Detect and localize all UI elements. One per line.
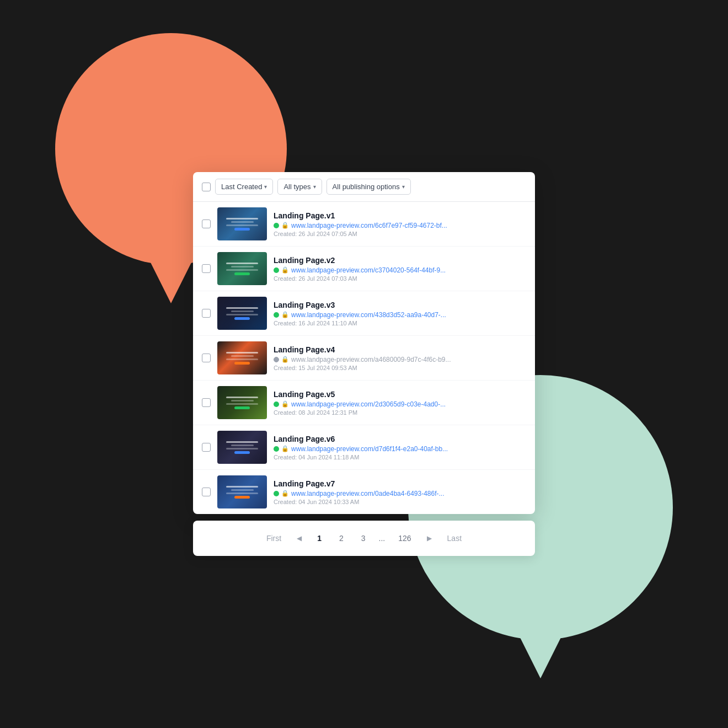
item-thumbnail-3: [217, 297, 267, 330]
page-1-button[interactable]: 1: [311, 531, 328, 546]
types-label: All types: [283, 183, 311, 191]
list-item: Landing Page.v6 🔒 www.landpage-preview.c…: [193, 425, 535, 470]
main-content: Last Created ▾ All types ▾ All publishin…: [193, 172, 535, 556]
sort-chevron-icon: ▾: [264, 184, 267, 190]
status-dot-3: [274, 312, 279, 318]
status-dot-1: [274, 223, 279, 228]
list-item: Landing Page.v5 🔒 www.landpage-preview.c…: [193, 381, 535, 425]
item-name-5: Landing Page.v5: [274, 390, 526, 399]
lock-icon-7: 🔒: [281, 490, 289, 497]
item-info-1: Landing Page.v1 🔒 www.landpage-preview.c…: [274, 211, 526, 237]
filter-bar: Last Created ▾ All types ▾ All publishin…: [193, 172, 535, 202]
items-list: Landing Page.v1 🔒 www.landpage-preview.c…: [193, 202, 535, 514]
item-info-3: Landing Page.v3 🔒 www.landpage-preview.c…: [274, 301, 526, 326]
publishing-dropdown[interactable]: All publishing options ▾: [326, 179, 411, 195]
item-info-2: Landing Page.v2 🔒 www.landpage-preview.c…: [274, 256, 526, 282]
page-3-button[interactable]: 3: [355, 531, 372, 546]
page-last-button[interactable]: 126: [392, 531, 417, 546]
item-name-2: Landing Page.v2: [274, 256, 526, 265]
item-info-7: Landing Page.v7 🔒 www.landpage-preview.c…: [274, 479, 526, 505]
item-name-3: Landing Page.v3: [274, 301, 526, 309]
page-2-button[interactable]: 2: [333, 531, 350, 546]
item-url-link-6[interactable]: www.landpage-preview.com/d7d6f1f4-e2a0-4…: [291, 445, 448, 453]
status-dot-2: [274, 267, 279, 273]
sort-label: Last Created: [221, 183, 262, 191]
status-dot-5: [274, 402, 279, 407]
lock-icon-6: 🔒: [281, 445, 289, 452]
item-url-row-6: 🔒 www.landpage-preview.com/d7d6f1f4-e2a0…: [274, 445, 526, 453]
item-url-link-1[interactable]: www.landpage-preview.com/6c6f7e97-cf59-4…: [291, 222, 447, 229]
select-all-checkbox[interactable]: [202, 183, 211, 191]
item-info-5: Landing Page.v5 🔒 www.landpage-preview.c…: [274, 390, 526, 416]
publishing-label: All publishing options: [333, 183, 400, 191]
item-thumbnail-4: [217, 341, 267, 374]
main-card: Last Created ▾ All types ▾ All publishin…: [193, 172, 535, 514]
status-dot-6: [274, 446, 279, 452]
pagination-card: First ◀ 1 2 3 ... 126 ▶ Last: [193, 521, 535, 556]
item-info-6: Landing Page.v6 🔒 www.landpage-preview.c…: [274, 435, 526, 461]
item-checkbox-5[interactable]: [202, 398, 211, 407]
lock-icon-1: 🔒: [281, 222, 289, 229]
prev-page-arrow[interactable]: ◀: [292, 531, 306, 545]
item-date-1: Created: 26 Jul 2024 07:05 AM: [274, 231, 526, 237]
item-checkbox-7[interactable]: [202, 488, 211, 496]
list-item: Landing Page.v4 🔒 www.landpage-preview.c…: [193, 336, 535, 381]
list-item: Landing Page.v1 🔒 www.landpage-preview.c…: [193, 202, 535, 247]
item-name-6: Landing Page.v6: [274, 435, 526, 443]
item-name-1: Landing Page.v1: [274, 211, 526, 220]
item-thumbnail-2: [217, 252, 267, 285]
item-checkbox-2[interactable]: [202, 264, 211, 273]
item-checkbox-3[interactable]: [202, 309, 211, 318]
item-url-link-2[interactable]: www.landpage-preview.com/c3704020-564f-4…: [291, 266, 446, 274]
page-dots: ...: [377, 534, 388, 543]
next-page-arrow[interactable]: ▶: [422, 531, 436, 545]
item-name-4: Landing Page.v4: [274, 345, 526, 354]
lock-icon-2: 🔒: [281, 266, 289, 274]
item-checkbox-4[interactable]: [202, 354, 211, 362]
list-item: Landing Page.v3 🔒 www.landpage-preview.c…: [193, 291, 535, 336]
item-url-link-7[interactable]: www.landpage-preview.com/0ade4ba4-6493-4…: [291, 490, 445, 497]
first-page-button[interactable]: First: [260, 531, 288, 546]
item-url-link-5[interactable]: www.landpage-preview.com/2d3065d9-c03e-4…: [291, 400, 446, 408]
item-url-row-7: 🔒 www.landpage-preview.com/0ade4ba4-6493…: [274, 490, 526, 497]
item-thumbnail-5: [217, 386, 267, 419]
item-info-4: Landing Page.v4 🔒 www.landpage-preview.c…: [274, 345, 526, 371]
item-checkbox-6[interactable]: [202, 443, 211, 452]
item-url-link-3[interactable]: www.landpage-preview.com/438d3d52-aa9a-4…: [291, 311, 446, 319]
item-url-row-5: 🔒 www.landpage-preview.com/2d3065d9-c03e…: [274, 400, 526, 408]
types-chevron-icon: ▾: [313, 184, 316, 190]
lock-icon-3: 🔒: [281, 311, 289, 318]
item-date-6: Created: 04 Jun 2024 11:18 AM: [274, 454, 526, 461]
lock-icon-5: 🔒: [281, 400, 289, 408]
item-thumbnail-6: [217, 431, 267, 464]
status-dot-4: [274, 357, 279, 362]
list-item: Landing Page.v7 🔒 www.landpage-preview.c…: [193, 470, 535, 514]
item-url-row-1: 🔒 www.landpage-preview.com/6c6f7e97-cf59…: [274, 222, 526, 229]
item-url-row-4: 🔒 www.landpage-preview.com/a4680009-9d7c…: [274, 356, 526, 363]
item-date-3: Created: 16 Jul 2024 11:10 AM: [274, 320, 526, 326]
publishing-chevron-icon: ▾: [402, 184, 405, 190]
item-date-5: Created: 08 Jul 2024 12:31 PM: [274, 409, 526, 416]
item-thumbnail-7: [217, 475, 267, 508]
last-page-button[interactable]: Last: [441, 531, 468, 546]
sort-dropdown[interactable]: Last Created ▾: [215, 179, 273, 195]
status-dot-7: [274, 491, 279, 496]
lock-icon-4: 🔒: [281, 356, 289, 363]
item-url-link-4[interactable]: www.landpage-preview.com/a4680009-9d7c-4…: [291, 356, 451, 363]
item-date-4: Created: 15 Jul 2024 09:53 AM: [274, 365, 526, 371]
item-url-row-2: 🔒 www.landpage-preview.com/c3704020-564f…: [274, 266, 526, 274]
item-url-row-3: 🔒 www.landpage-preview.com/438d3d52-aa9a…: [274, 311, 526, 319]
item-checkbox-1[interactable]: [202, 220, 211, 228]
list-item: Landing Page.v2 🔒 www.landpage-preview.c…: [193, 247, 535, 291]
item-date-7: Created: 04 Jun 2024 10:33 AM: [274, 499, 526, 505]
types-dropdown[interactable]: All types ▾: [277, 179, 322, 195]
item-name-7: Landing Page.v7: [274, 479, 526, 488]
item-thumbnail-1: [217, 207, 267, 240]
item-date-2: Created: 26 Jul 2024 07:03 AM: [274, 275, 526, 282]
